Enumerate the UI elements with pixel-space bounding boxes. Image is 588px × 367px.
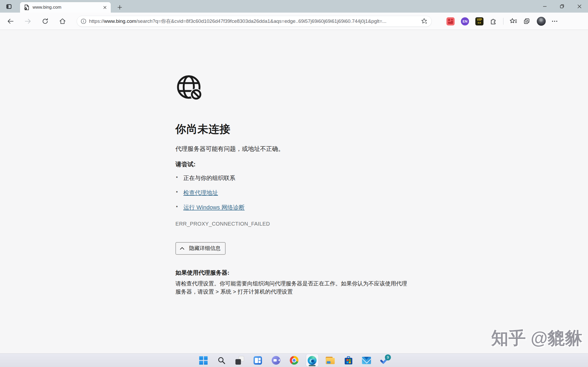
error-page: 你尚未连接 代理服务器可能有问题，或地址不正确。 请尝试: 正在与你的组织联系 …: [0, 30, 588, 353]
red-dictionary-extension-icon[interactable]: [446, 17, 455, 25]
edge-icon: [308, 356, 317, 365]
error-subtitle: 代理服务器可能有问题，或地址不正确。: [175, 145, 438, 153]
details-body: 请检查代理设置。你可能需要向组织询问代理服务器是否正在工作。如果你认为不应该使用…: [175, 279, 410, 296]
suggestion-item: 正在与你的组织联系: [175, 174, 438, 182]
back-button[interactable]: [5, 16, 16, 26]
tab-actions-menu-button[interactable]: [4, 2, 14, 11]
url-path: /search?q=你在&cvid=8f3c60d1026d47f39fce83…: [136, 18, 387, 24]
browser-titlebar: www.bing.com: [0, 0, 588, 13]
browser-toolbar: https://www.bing.com/search?q=你在&cvid=8f…: [0, 13, 588, 30]
forward-button[interactable]: [23, 16, 33, 26]
details-heading: 如果使用代理服务器:: [175, 269, 438, 277]
chevron-up-icon: [180, 247, 185, 250]
favorites-icon[interactable]: [510, 18, 517, 25]
edge-button-active[interactable]: [306, 354, 318, 366]
mail-button[interactable]: [360, 354, 373, 366]
url-scheme: https://: [89, 18, 104, 24]
restore-button[interactable]: [553, 0, 571, 13]
en-translator-extension-icon[interactable]: EN: [461, 17, 469, 25]
store-icon: [344, 356, 353, 365]
suggestion-item: 检查代理地址: [175, 189, 438, 197]
settings-menu-icon[interactable]: [552, 21, 557, 22]
tab-close-button[interactable]: [101, 4, 108, 11]
start-button[interactable]: [197, 354, 210, 366]
profile-avatar[interactable]: [537, 17, 546, 26]
chrome-icon: [290, 356, 298, 365]
todo-button[interactable]: 9: [378, 354, 391, 366]
vip-extension-icon[interactable]: VIP视频: [475, 17, 483, 25]
task-view-button[interactable]: [233, 354, 246, 366]
suggestion-list: 正在与你的组织联系 检查代理地址 运行 Windows 网络诊断: [175, 174, 438, 211]
home-button[interactable]: [57, 16, 68, 26]
close-window-button[interactable]: [571, 0, 588, 13]
add-favorite-icon[interactable]: [421, 18, 428, 25]
windows-start-icon: [199, 356, 208, 365]
address-bar[interactable]: https://www.bing.com/search?q=你在&cvid=8f…: [77, 16, 432, 27]
broken-page-favicon: [24, 4, 29, 10]
minimize-button[interactable]: [536, 0, 553, 13]
toolbar-separator: [503, 18, 503, 25]
search-icon: [218, 357, 226, 364]
mail-icon: [362, 357, 371, 364]
extensions-puzzle-icon[interactable]: [490, 18, 497, 25]
check-proxy-link[interactable]: 检查代理地址: [183, 189, 218, 196]
todo-badge: 9: [385, 354, 391, 360]
teams-chat-icon: [272, 356, 280, 365]
chrome-button[interactable]: [288, 354, 300, 366]
zhihu-watermark: 知乎 @貔貅: [491, 326, 582, 350]
new-tab-button[interactable]: [115, 3, 124, 12]
hide-details-button[interactable]: 隐藏详细信息: [175, 242, 226, 255]
refresh-button[interactable]: [40, 16, 50, 26]
error-title: 你尚未连接: [175, 122, 438, 136]
tab-actions-icon: [6, 4, 12, 9]
url-host: www.bing.com: [104, 18, 136, 24]
try-heading: 请尝试:: [175, 160, 438, 168]
widgets-icon: [254, 356, 262, 365]
suggestion-item: 运行 Windows 网络诊断: [175, 204, 438, 211]
site-info-icon[interactable]: [81, 18, 86, 24]
taskbar: 9 中 23:19 2021/11/12 1: [0, 353, 588, 367]
error-code: ERR_PROXY_CONNECTION_FAILED: [175, 221, 438, 227]
task-view-icon: [235, 356, 244, 365]
url-text[interactable]: https://www.bing.com/search?q=你在&cvid=8f…: [89, 18, 421, 25]
window-controls: [536, 0, 588, 13]
chat-button[interactable]: [270, 354, 282, 366]
tab-title: www.bing.com: [33, 5, 101, 10]
widgets-button[interactable]: [252, 354, 264, 366]
todo-check-icon: 9: [380, 356, 389, 365]
microsoft-store-button[interactable]: [342, 354, 355, 366]
globe-blocked-icon: [175, 74, 438, 102]
collections-icon[interactable]: [523, 18, 530, 25]
file-explorer-icon: [326, 357, 335, 364]
file-explorer-button[interactable]: [324, 354, 336, 366]
search-button[interactable]: [215, 354, 228, 366]
extensions-row: EN VIP视频: [446, 16, 557, 26]
browser-tab[interactable]: www.bing.com: [20, 2, 111, 13]
run-diagnostics-link[interactable]: 运行 Windows 网络诊断: [183, 204, 244, 211]
